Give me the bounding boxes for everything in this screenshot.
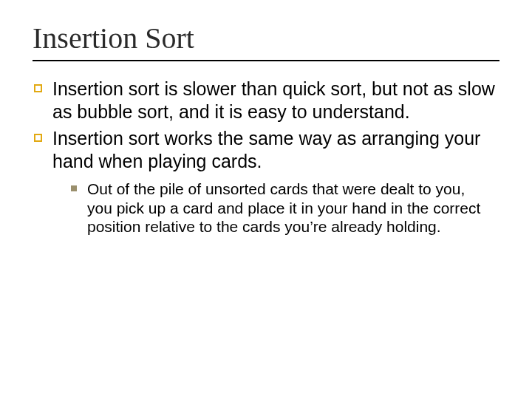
slide-title: Insertion Sort — [33, 21, 499, 55]
square-outline-bullet-icon — [34, 134, 42, 142]
bullet-list-level2: Out of the pile of unsorted cards that w… — [33, 180, 499, 236]
square-outline-bullet-icon — [34, 84, 42, 92]
list-item: Insertion sort works the same way as arr… — [34, 127, 495, 172]
list-item: Insertion sort is slower than quick sort… — [34, 78, 495, 123]
subbullet-text: Out of the pile of unsorted cards that w… — [87, 180, 491, 236]
bullet-list-level1: Insertion sort is slower than quick sort… — [33, 78, 499, 172]
title-underline — [33, 60, 499, 61]
bullet-text: Insertion sort is slower than quick sort… — [52, 78, 495, 123]
slide: Insertion Sort Insertion sort is slower … — [0, 0, 532, 399]
list-item: Out of the pile of unsorted cards that w… — [71, 180, 491, 236]
bullet-text: Insertion sort works the same way as arr… — [52, 127, 495, 172]
square-filled-bullet-icon — [71, 185, 77, 191]
